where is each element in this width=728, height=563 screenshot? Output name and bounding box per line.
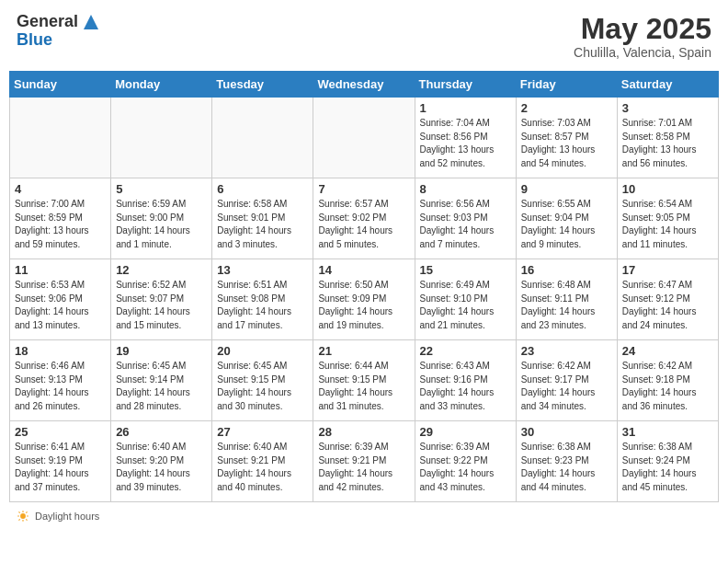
svg-line-9: [18, 519, 19, 520]
day-number: 5: [116, 182, 207, 196]
day-info: Sunrise: 6:45 AMSunset: 9:14 PMDaylight:…: [116, 360, 207, 413]
location-text: Chulilla, Valencia, Spain: [574, 45, 711, 60]
day-info: Sunrise: 6:52 AMSunset: 9:07 PMDaylight:…: [116, 279, 207, 332]
day-number: 6: [217, 182, 308, 196]
day-info: Sunrise: 6:48 AMSunset: 9:11 PMDaylight:…: [521, 279, 612, 332]
weekday-header: Tuesday: [212, 72, 313, 98]
day-info: Sunrise: 6:47 AMSunset: 9:12 PMDaylight:…: [622, 279, 713, 332]
day-number: 30: [521, 425, 612, 439]
calendar-cell: 16Sunrise: 6:48 AMSunset: 9:11 PMDayligh…: [516, 259, 617, 340]
calendar-cell: 31Sunrise: 6:38 AMSunset: 9:24 PMDayligh…: [617, 421, 718, 502]
day-info: Sunrise: 6:40 AMSunset: 9:21 PMDaylight:…: [217, 441, 308, 494]
day-number: 23: [521, 344, 612, 358]
day-number: 2: [521, 101, 612, 115]
day-number: 21: [318, 344, 409, 358]
day-number: 22: [420, 344, 511, 358]
calendar-cell: 24Sunrise: 6:42 AMSunset: 9:18 PMDayligh…: [617, 340, 718, 421]
svg-marker-0: [84, 15, 98, 29]
day-number: 4: [15, 182, 106, 196]
day-info: Sunrise: 6:39 AMSunset: 9:22 PMDaylight:…: [420, 441, 511, 494]
calendar-cell: 1Sunrise: 7:04 AMSunset: 8:56 PMDaylight…: [415, 98, 516, 178]
calendar-cell: [111, 98, 212, 178]
calendar-cell: [10, 98, 111, 178]
calendar-cell: 14Sunrise: 6:50 AMSunset: 9:09 PMDayligh…: [313, 259, 415, 340]
svg-point-1: [20, 513, 26, 519]
svg-line-6: [18, 512, 19, 513]
day-number: 7: [318, 182, 409, 196]
footer-text: Daylight hours: [35, 511, 99, 522]
calendar-cell: 13Sunrise: 6:51 AMSunset: 9:08 PMDayligh…: [212, 259, 313, 340]
day-info: Sunrise: 6:58 AMSunset: 9:01 PMDaylight:…: [217, 198, 308, 251]
day-number: 1: [420, 101, 511, 115]
weekday-header: Monday: [111, 72, 212, 98]
calendar-cell: 6Sunrise: 6:58 AMSunset: 9:01 PMDaylight…: [212, 178, 313, 259]
day-info: Sunrise: 6:41 AMSunset: 9:19 PMDaylight:…: [15, 441, 106, 494]
calendar-cell: 9Sunrise: 6:55 AMSunset: 9:04 PMDaylight…: [516, 178, 617, 259]
day-info: Sunrise: 6:43 AMSunset: 9:16 PMDaylight:…: [420, 360, 511, 413]
day-number: 31: [622, 425, 713, 439]
day-number: 28: [318, 425, 409, 439]
calendar-cell: 21Sunrise: 6:44 AMSunset: 9:15 PMDayligh…: [313, 340, 415, 421]
weekday-header: Friday: [516, 72, 617, 98]
day-number: 11: [15, 263, 106, 277]
logo-icon: [82, 13, 100, 31]
weekday-header: Thursday: [415, 72, 516, 98]
day-number: 19: [116, 344, 207, 358]
calendar-table: SundayMondayTuesdayWednesdayThursdayFrid…: [9, 71, 719, 502]
calendar-cell: 5Sunrise: 6:59 AMSunset: 9:00 PMDaylight…: [111, 178, 212, 259]
calendar-cell: 25Sunrise: 6:41 AMSunset: 9:19 PMDayligh…: [10, 421, 111, 502]
day-number: 20: [217, 344, 308, 358]
calendar-cell: 2Sunrise: 7:03 AMSunset: 8:57 PMDaylight…: [516, 98, 617, 178]
title-block: May 2025 Chulilla, Valencia, Spain: [574, 13, 711, 60]
calendar-week-row: 1Sunrise: 7:04 AMSunset: 8:56 PMDaylight…: [10, 98, 719, 178]
day-info: Sunrise: 6:42 AMSunset: 9:17 PMDaylight:…: [521, 360, 612, 413]
calendar-cell: 27Sunrise: 6:40 AMSunset: 9:21 PMDayligh…: [212, 421, 313, 502]
day-info: Sunrise: 6:54 AMSunset: 9:05 PMDaylight:…: [622, 198, 713, 251]
day-number: 26: [116, 425, 207, 439]
weekday-header: Saturday: [617, 72, 718, 98]
calendar-cell: 7Sunrise: 6:57 AMSunset: 9:02 PMDaylight…: [313, 178, 415, 259]
calendar-cell: [313, 98, 415, 178]
day-info: Sunrise: 6:40 AMSunset: 9:20 PMDaylight:…: [116, 441, 207, 494]
calendar-week-row: 4Sunrise: 7:00 AMSunset: 8:59 PMDaylight…: [10, 178, 719, 259]
day-number: 8: [420, 182, 511, 196]
weekday-header: Wednesday: [313, 72, 415, 98]
month-title: May 2025: [574, 13, 711, 45]
calendar-cell: 12Sunrise: 6:52 AMSunset: 9:07 PMDayligh…: [111, 259, 212, 340]
day-info: Sunrise: 6:51 AMSunset: 9:08 PMDaylight:…: [217, 279, 308, 332]
day-info: Sunrise: 6:59 AMSunset: 9:00 PMDaylight:…: [116, 198, 207, 251]
calendar-cell: 30Sunrise: 6:38 AMSunset: 9:23 PMDayligh…: [516, 421, 617, 502]
day-number: 25: [15, 425, 106, 439]
day-number: 27: [217, 425, 308, 439]
weekday-header: Sunday: [10, 72, 111, 98]
calendar-cell: [212, 98, 313, 178]
calendar-cell: 11Sunrise: 6:53 AMSunset: 9:06 PMDayligh…: [10, 259, 111, 340]
svg-line-8: [26, 512, 27, 513]
day-number: 10: [622, 182, 713, 196]
day-info: Sunrise: 7:03 AMSunset: 8:57 PMDaylight:…: [521, 117, 612, 170]
day-number: 24: [622, 344, 713, 358]
day-info: Sunrise: 6:45 AMSunset: 9:15 PMDaylight:…: [217, 360, 308, 413]
day-info: Sunrise: 6:38 AMSunset: 9:24 PMDaylight:…: [622, 441, 713, 494]
logo-blue-text: Blue: [17, 31, 52, 50]
day-number: 14: [318, 263, 409, 277]
day-number: 29: [420, 425, 511, 439]
calendar-week-row: 11Sunrise: 6:53 AMSunset: 9:06 PMDayligh…: [10, 259, 719, 340]
calendar-cell: 22Sunrise: 6:43 AMSunset: 9:16 PMDayligh…: [415, 340, 516, 421]
calendar-cell: 17Sunrise: 6:47 AMSunset: 9:12 PMDayligh…: [617, 259, 718, 340]
day-number: 17: [622, 263, 713, 277]
day-info: Sunrise: 6:46 AMSunset: 9:13 PMDaylight:…: [15, 360, 106, 413]
calendar-week-row: 25Sunrise: 6:41 AMSunset: 9:19 PMDayligh…: [10, 421, 719, 502]
calendar-cell: 15Sunrise: 6:49 AMSunset: 9:10 PMDayligh…: [415, 259, 516, 340]
day-number: 9: [521, 182, 612, 196]
day-info: Sunrise: 6:57 AMSunset: 9:02 PMDaylight:…: [318, 198, 409, 251]
day-info: Sunrise: 7:00 AMSunset: 8:59 PMDaylight:…: [15, 198, 106, 251]
day-info: Sunrise: 6:50 AMSunset: 9:09 PMDaylight:…: [318, 279, 409, 332]
day-number: 13: [217, 263, 308, 277]
day-info: Sunrise: 6:49 AMSunset: 9:10 PMDaylight:…: [420, 279, 511, 332]
day-info: Sunrise: 6:42 AMSunset: 9:18 PMDaylight:…: [622, 360, 713, 413]
calendar-cell: 8Sunrise: 6:56 AMSunset: 9:03 PMDaylight…: [415, 178, 516, 259]
calendar-cell: 26Sunrise: 6:40 AMSunset: 9:20 PMDayligh…: [111, 421, 212, 502]
day-info: Sunrise: 7:01 AMSunset: 8:58 PMDaylight:…: [622, 117, 713, 170]
day-info: Sunrise: 7:04 AMSunset: 8:56 PMDaylight:…: [420, 117, 511, 170]
